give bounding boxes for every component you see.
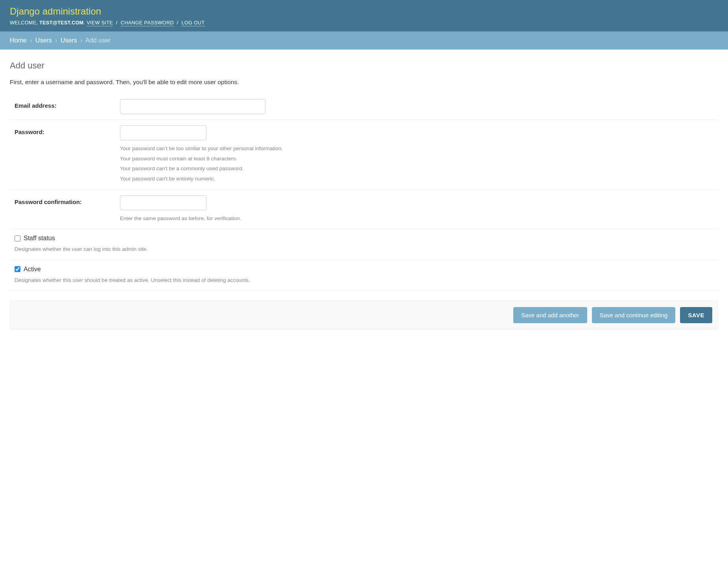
- header: Django administration WELCOME, TEST@TEST…: [0, 0, 728, 31]
- password-help-item: Your password must contain at least 8 ch…: [120, 154, 718, 164]
- staff-status-checkbox[interactable]: [15, 236, 20, 241]
- breadcrumb-current: Add user: [85, 37, 111, 44]
- branding: Django administration: [10, 6, 718, 17]
- password-help-item: Your password can't be entirely numeric.: [120, 174, 718, 184]
- change-password-link[interactable]: CHANGE PASSWORD: [121, 20, 174, 26]
- view-site-link[interactable]: VIEW SITE: [87, 20, 113, 26]
- add-user-form: Email address: Password: Your password c…: [10, 94, 718, 330]
- breadcrumb-users-model[interactable]: Users: [61, 37, 77, 44]
- save-add-another-button[interactable]: Save and add another: [513, 307, 587, 323]
- email-field[interactable]: [120, 99, 265, 114]
- row-password: Password: Your password can't be too sim…: [10, 120, 718, 190]
- page-intro: First, enter a username and password. Th…: [10, 79, 718, 86]
- password-label: Password:: [10, 125, 120, 135]
- staff-status-help: Designates whether the user can log into…: [15, 244, 713, 254]
- password-help-item: Your password can't be too similar to yo…: [120, 144, 718, 154]
- breadcrumb-home[interactable]: Home: [10, 37, 27, 44]
- password-confirm-help: Enter the same password as before, for v…: [120, 213, 718, 224]
- content: Add user First, enter a username and pas…: [0, 50, 728, 338]
- logout-link[interactable]: LOG OUT: [181, 20, 205, 26]
- row-active: Active Designates whether this user shou…: [10, 260, 718, 291]
- breadcrumb-users-app[interactable]: Users: [35, 37, 52, 44]
- page-title: Add user: [10, 61, 718, 71]
- separator: /: [175, 20, 180, 26]
- row-password-confirm: Password confirmation: Enter the same pa…: [10, 190, 718, 230]
- password-help: Your password can't be too similar to yo…: [120, 144, 718, 184]
- welcome-text: WELCOME,: [10, 20, 39, 26]
- save-button[interactable]: SAVE: [680, 307, 712, 323]
- password-confirm-label: Password confirmation:: [10, 195, 120, 205]
- save-continue-button[interactable]: Save and continue editing: [592, 307, 676, 323]
- submit-row: Save and add another Save and continue e…: [10, 300, 718, 330]
- breadcrumb-sep: ›: [55, 37, 57, 44]
- password-field[interactable]: [120, 125, 206, 140]
- separator: /: [114, 20, 119, 26]
- row-staff-status: Staff status Designates whether the user…: [10, 229, 718, 260]
- active-help: Designates whether this user should be t…: [15, 275, 713, 285]
- active-checkbox[interactable]: [15, 266, 20, 272]
- breadcrumb-sep: ›: [80, 37, 82, 44]
- password-confirm-field[interactable]: [120, 195, 206, 210]
- staff-status-label[interactable]: Staff status: [24, 235, 55, 242]
- password-help-item: Your password can't be a commonly used p…: [120, 164, 718, 174]
- email-label: Email address:: [10, 99, 120, 109]
- breadcrumb: Home › Users › Users › Add user: [0, 31, 728, 50]
- active-label[interactable]: Active: [24, 266, 41, 273]
- breadcrumb-sep: ›: [30, 37, 32, 44]
- site-title: Django administration: [10, 6, 718, 17]
- user-tools: WELCOME, TEST@TEST.COM. VIEW SITE / CHAN…: [10, 20, 718, 26]
- row-email: Email address:: [10, 94, 718, 120]
- username: TEST@TEST.COM: [39, 20, 84, 26]
